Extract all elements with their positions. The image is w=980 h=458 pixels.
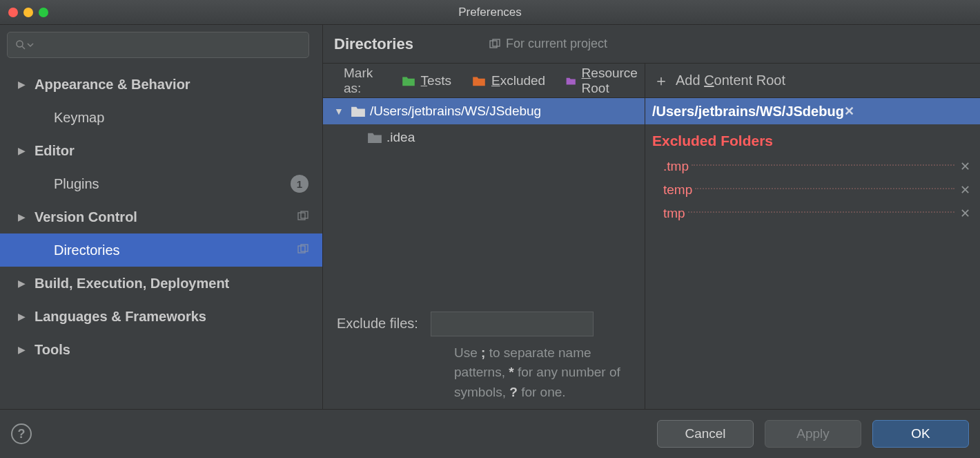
svg-line-1 [22, 46, 25, 49]
sidebar-item-label: Editor [35, 143, 75, 159]
remove-content-root-button[interactable]: ✕ [844, 104, 973, 119]
exclude-files-label: Exclude files: [337, 312, 418, 332]
mark-excluded-button[interactable]: Excluded [472, 73, 545, 88]
folder-icon [402, 75, 415, 86]
disclosure-triangle-icon: ▶ [15, 344, 28, 355]
chevron-down-icon [27, 41, 34, 48]
dialog-footer: ? Cancel Apply OK [0, 409, 980, 458]
project-scope-icon [489, 39, 500, 50]
directory-child-name: .idea [386, 130, 415, 145]
search-icon [14, 39, 27, 51]
preferences-search[interactable] [7, 32, 309, 58]
disclosure-triangle-icon: ▶ [15, 145, 28, 156]
titlebar: Preferences [0, 0, 980, 25]
window-title: Preferences [0, 6, 980, 19]
sidebar-item-keymap[interactable]: Keymap [0, 101, 322, 134]
directory-root-path: /Users/jetbrains/WS/JSdebug [370, 104, 541, 119]
disclosure-triangle-icon: ▶ [15, 278, 28, 289]
mark-as-toolbar: Mark as: Tests Excluded Resource Root [323, 64, 645, 98]
disclosure-triangle-icon[interactable]: ▼ [334, 106, 346, 117]
excluded-folder-row[interactable]: tmp✕ [652, 202, 973, 225]
project-scope-icon [297, 209, 308, 225]
sidebar-item-tools[interactable]: ▶Tools [0, 333, 322, 366]
remove-excluded-button[interactable]: ✕ [960, 182, 970, 198]
content-root-path: /Users/jetbrains/WS/JSdebug [652, 104, 844, 120]
preferences-tree: ▶Appearance & BehaviorKeymap▶EditorPlugi… [0, 25, 323, 409]
sidebar-item-languages-frameworks[interactable]: ▶Languages & Frameworks [0, 300, 322, 333]
sidebar-item-appearance-behavior[interactable]: ▶Appearance & Behavior [0, 68, 322, 101]
update-count-badge: 1 [291, 175, 308, 193]
add-content-root-button[interactable]: ＋ Add Content Root [645, 64, 980, 98]
exclude-files-hint: Use ; to separate name patterns, * for a… [454, 343, 628, 403]
sidebar-item-label: Build, Execution, Deployment [35, 276, 229, 292]
exclude-files-input[interactable] [431, 312, 594, 336]
disclosure-triangle-icon: ▶ [15, 311, 28, 322]
apply-button[interactable]: Apply [765, 420, 861, 448]
remove-excluded-button[interactable]: ✕ [960, 159, 970, 174]
sidebar-item-build-execution-deployment[interactable]: ▶Build, Execution, Deployment [0, 267, 322, 300]
scope-hint: For current project [489, 37, 607, 51]
directory-tree[interactable]: ▼ /Users/jetbrains/WS/JSdebug .idea [323, 98, 645, 300]
excluded-folder-name: temp [663, 182, 692, 198]
plus-icon: ＋ [654, 70, 669, 91]
sidebar-item-label: Languages & Frameworks [35, 309, 206, 325]
content-root-row[interactable]: /Users/jetbrains/WS/JSdebug ✕ [645, 98, 980, 124]
directory-root-row[interactable]: ▼ /Users/jetbrains/WS/JSdebug [323, 98, 645, 124]
window-controls [8, 8, 48, 17]
excluded-folder-row[interactable]: temp✕ [652, 178, 973, 202]
sidebar-item-label: Appearance & Behavior [35, 77, 190, 93]
sidebar-item-editor[interactable]: ▶Editor [0, 134, 322, 167]
sidebar-item-directories[interactable]: Directories [0, 233, 322, 267]
folder-icon [351, 105, 366, 117]
folder-icon [367, 131, 382, 144]
excluded-folder-row[interactable]: .tmp✕ [652, 155, 973, 178]
mark-resource-button[interactable]: Resource Root [566, 66, 645, 96]
cancel-button[interactable]: Cancel [657, 420, 754, 448]
excluded-folders-title: Excluded Folders [652, 133, 973, 149]
search-input[interactable] [38, 39, 302, 51]
sidebar-item-label: Directories [54, 242, 120, 258]
minimize-window-button[interactable] [23, 8, 33, 17]
disclosure-triangle-icon: ▶ [15, 211, 28, 222]
mark-tests-button[interactable]: Tests [402, 73, 451, 88]
folder-icon [472, 75, 486, 86]
close-window-button[interactable] [8, 8, 18, 17]
folder-icon [566, 75, 576, 86]
excluded-folder-name: .tmp [663, 159, 689, 174]
page-title: Directories [334, 35, 413, 53]
mark-as-label: Mark as: [344, 66, 381, 96]
disclosure-triangle-icon: ▶ [15, 79, 28, 90]
help-button[interactable]: ? [11, 423, 32, 444]
remove-excluded-button[interactable]: ✕ [960, 206, 970, 221]
ok-button[interactable]: OK [872, 420, 969, 448]
project-scope-icon [297, 242, 308, 258]
svg-point-0 [17, 41, 23, 47]
excluded-folder-name: tmp [663, 206, 685, 221]
content-header: Directories For current project [323, 25, 980, 64]
sidebar-item-label: Keymap [54, 110, 104, 126]
sidebar-item-version-control[interactable]: ▶Version Control [0, 200, 322, 233]
directory-child-row[interactable]: .idea [323, 124, 645, 151]
sidebar-item-label: Version Control [35, 209, 137, 225]
sidebar-item-label: Plugins [54, 176, 99, 192]
sidebar-item-label: Tools [35, 342, 70, 358]
zoom-window-button[interactable] [39, 8, 48, 17]
sidebar-item-plugins[interactable]: Plugins1 [0, 167, 322, 200]
